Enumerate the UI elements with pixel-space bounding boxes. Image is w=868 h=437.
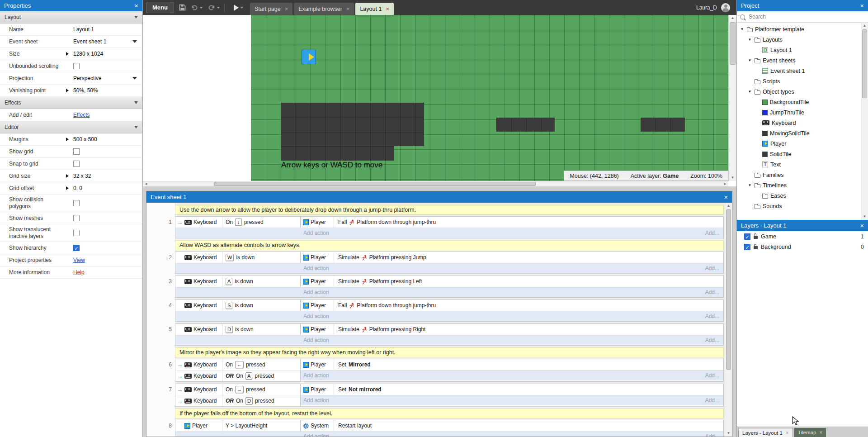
property-value[interactable]: 32 x 32	[71, 172, 142, 180]
event-block-7[interactable]: 7→KeyboardOn→pressedPlayerSetNot mirrore…	[175, 384, 724, 407]
add-more-link[interactable]: Add...	[705, 433, 719, 437]
event-sheet-scrollbar[interactable]: ▲ ▼	[725, 203, 732, 437]
save-icon[interactable]	[179, 4, 186, 11]
solid-platform-block[interactable]	[641, 118, 685, 132]
add-more-link[interactable]: Add...	[705, 397, 719, 404]
scrollbar-thumb[interactable]	[730, 22, 736, 65]
instructions-text-object[interactable]: Arrow keys or WASD to move	[281, 161, 382, 170]
solid-platform-block[interactable]	[496, 118, 555, 132]
lock-icon[interactable]	[754, 236, 758, 239]
tree-item-scripts[interactable]: Scripts	[737, 76, 861, 86]
action-player[interactable]: PlayerSimulatePlatform pressing Jump	[301, 252, 723, 263]
scrollbar-thumb[interactable]	[214, 182, 536, 186]
expander-icon[interactable]: ▼	[747, 90, 752, 94]
checkbox[interactable]	[73, 63, 80, 69]
section-header-effects[interactable]: Effects	[0, 97, 142, 109]
event-block-1[interactable]: 1→KeyboardOn↓pressedPlayerFallPlatform d…	[175, 216, 724, 238]
scroll-up-icon[interactable]: ▲	[725, 203, 732, 209]
property-value[interactable]: 500 x 500	[71, 135, 142, 143]
tree-item-object-types[interactable]: ▼Object types	[737, 86, 861, 97]
user-account[interactable]: Laura_D	[696, 3, 736, 12]
event-block-4[interactable]: 4KeyboardSis downPlayerFallPlatform down…	[175, 299, 724, 322]
property-value[interactable]	[71, 62, 142, 70]
close-tab-icon[interactable]: ×	[786, 430, 789, 436]
expand-icon[interactable]	[66, 138, 69, 141]
scroll-up-icon[interactable]: ▲	[729, 15, 736, 21]
link-effects[interactable]: Effects	[73, 112, 90, 118]
close-tab-icon[interactable]: ×	[819, 430, 822, 435]
property-value[interactable]: 1280 x 1024	[71, 50, 142, 58]
tree-item-jumpthrutile[interactable]: JumpThruTile	[737, 107, 861, 118]
action-player[interactable]: PlayerSimulatePlatform pressing Left	[301, 276, 723, 287]
canvas-vertical-scrollbar[interactable]: ▲ ▼	[728, 15, 736, 181]
tree-item-eases[interactable]: Eases	[737, 190, 861, 201]
condition-keyboard[interactable]: KeyboardDis down	[175, 324, 301, 335]
expander-icon[interactable]: ▼	[747, 183, 752, 187]
add-more-link[interactable]: Add...	[705, 230, 719, 236]
tree-item-text[interactable]: TText	[737, 159, 861, 170]
add-action-link[interactable]: Add action	[303, 265, 329, 271]
dropdown-chevron-icon[interactable]	[132, 40, 137, 43]
add-action-link[interactable]: Add action	[303, 289, 329, 295]
tab-layout-1[interactable]: Layout 1×	[355, 3, 394, 15]
action-system[interactable]: SystemRestart layout	[301, 420, 723, 431]
menu-button[interactable]: Menu	[146, 2, 174, 13]
event-comment[interactable]: Use the down arrow to allow the player t…	[175, 205, 724, 215]
expand-icon[interactable]	[66, 52, 69, 56]
tab-start-page[interactable]: Start page×	[250, 3, 292, 15]
property-value[interactable]: 0, 0	[71, 184, 142, 192]
action-player[interactable]: PlayerSimulatePlatform pressing Right	[301, 324, 723, 335]
section-header-layout[interactable]: Layout	[0, 11, 142, 24]
panel-tab-layers-layout-1[interactable]: Layers - Layout 1×	[738, 428, 793, 437]
tree-item-event-sheets[interactable]: ▼Event sheets	[737, 55, 861, 66]
panel-tab-tilemap[interactable]: Tilemap×	[794, 428, 826, 437]
redo-dropdown-icon[interactable]	[217, 7, 220, 9]
expander-icon[interactable]: ▼	[747, 58, 752, 62]
close-icon[interactable]: ×	[860, 222, 864, 229]
add-action-link[interactable]: Add action	[303, 337, 329, 343]
canvas-horizontal-scrollbar[interactable]: ◄ ►	[143, 181, 728, 186]
search-input[interactable]	[748, 13, 865, 20]
add-more-link[interactable]: Add...	[705, 337, 719, 343]
property-value[interactable]	[71, 199, 142, 207]
property-value[interactable]: View	[71, 256, 142, 264]
tree-item-backgroundtile[interactable]: BackgroundTile	[737, 97, 861, 107]
event-comment[interactable]: If the player falls off the bottom of th…	[175, 408, 724, 418]
expand-icon[interactable]	[66, 186, 69, 190]
event-block-3[interactable]: 3KeyboardAis downPlayerSimulatePlatform …	[175, 276, 724, 298]
user-avatar[interactable]	[721, 3, 730, 12]
tree-item-movingsolidtile[interactable]: MovingSolidTile	[737, 128, 861, 138]
add-action-link[interactable]: Add action	[303, 372, 329, 379]
tree-item-keyboard[interactable]: Keyboard	[737, 118, 861, 128]
close-icon[interactable]: ×	[860, 2, 864, 9]
add-action-link[interactable]: Add action	[303, 313, 329, 319]
add-more-link[interactable]: Add...	[705, 265, 719, 271]
condition-keyboard[interactable]: →KeyboardOn→pressed	[175, 384, 301, 395]
property-value[interactable]: Perspective	[71, 74, 142, 82]
solid-platform-block[interactable]	[281, 103, 424, 146]
condition-keyboard[interactable]: →KeyboardOn↓pressed	[175, 217, 301, 228]
solid-platform-block[interactable]	[281, 146, 394, 161]
property-value[interactable]	[71, 229, 142, 237]
undo-dropdown-icon[interactable]	[199, 7, 203, 9]
tree-item-solidtile[interactable]: SolidTile	[737, 149, 861, 159]
tree-item-sounds[interactable]: Sounds	[737, 201, 861, 211]
property-value[interactable]: Layout 1	[71, 25, 142, 33]
expander-icon[interactable]: ▼	[740, 27, 745, 31]
redo-button[interactable]	[208, 5, 215, 11]
close-tab-icon[interactable]: ×	[285, 6, 288, 12]
lock-icon[interactable]	[754, 246, 758, 249]
visibility-checkbox[interactable]: ✓	[744, 233, 750, 240]
tree-item-layout-1[interactable]: Layout 1	[737, 45, 861, 55]
add-more-link[interactable]: Add...	[705, 289, 719, 295]
layer-row-background[interactable]: ✓Background0	[737, 242, 868, 252]
action-player[interactable]: PlayerFallPlatform down through jump-thr…	[301, 300, 723, 311]
property-value[interactable]: ✓	[71, 244, 142, 252]
condition-keyboard[interactable]: →KeyboardOROnApressed	[175, 370, 301, 381]
visibility-checkbox[interactable]: ✓	[744, 244, 750, 250]
project-tree-scrollbar[interactable]: ▲ ▼	[861, 23, 868, 220]
event-block-6[interactable]: 6→KeyboardOn←pressedPlayerSetMirrored→Ke…	[175, 359, 724, 382]
tab-example-browser[interactable]: Example browser×	[294, 3, 354, 15]
scroll-left-icon[interactable]: ◄	[143, 181, 149, 186]
scroll-right-icon[interactable]: ►	[722, 181, 728, 186]
